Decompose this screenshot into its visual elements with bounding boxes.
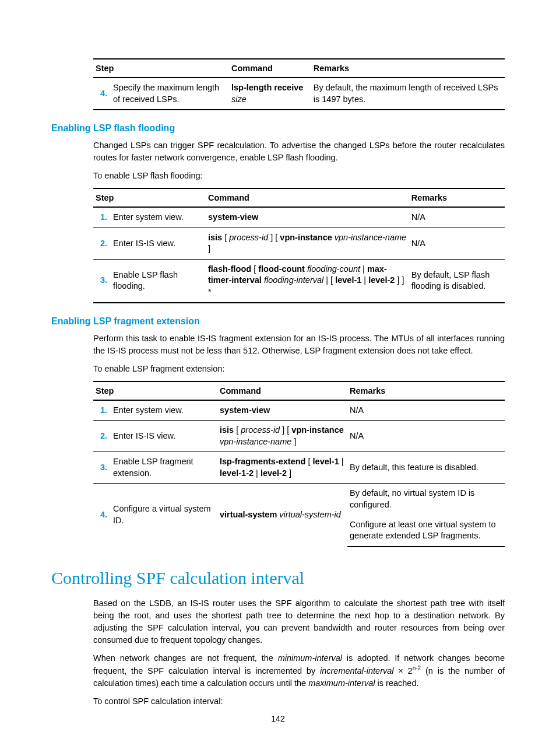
remarks-cell: By default, no virtual system ID is conf… bbox=[347, 484, 505, 515]
command-cell: lsp-length receive size bbox=[229, 78, 311, 110]
paragraph: When network changes are not frequent, t… bbox=[93, 652, 505, 690]
th-step: Step bbox=[93, 382, 217, 400]
table-flash-flooding: Step Command Remarks 1. Enter system vie… bbox=[93, 188, 505, 303]
remarks-cell: N/A bbox=[409, 228, 505, 259]
paragraph: To enable LSP flash flooding: bbox=[93, 170, 505, 182]
command-cell: flash-flood [ flood-count flooding-count… bbox=[206, 259, 409, 302]
table-lsp-length-receive: Step Command Remarks 4. Specify the maxi… bbox=[93, 58, 505, 110]
step-number: 4. bbox=[93, 484, 111, 547]
th-command: Command bbox=[217, 382, 347, 400]
remarks-cell: By default, this feature is disabled. bbox=[347, 452, 505, 484]
step-number: 4. bbox=[93, 78, 111, 110]
step-desc: Configure a virtual system ID. bbox=[111, 484, 217, 547]
page-number: 142 bbox=[0, 714, 556, 723]
paragraph: To control SPF calculation interval: bbox=[93, 695, 505, 708]
remarks-cell: N/A bbox=[409, 207, 505, 228]
remarks-cell: Configure at least one virtual system to… bbox=[347, 515, 505, 547]
th-remarks: Remarks bbox=[409, 188, 505, 207]
step-desc: Enter system view. bbox=[111, 400, 217, 421]
command-cell: virtual-system virtual-system-id bbox=[217, 484, 347, 547]
paragraph: Perform this task to enable IS-IS fragme… bbox=[93, 332, 505, 357]
command-cell: system-view bbox=[206, 207, 409, 228]
paragraph: To enable LSP fragment extension: bbox=[93, 363, 505, 375]
th-step: Step bbox=[93, 59, 229, 78]
remarks-cell: By default, the maximum length of receiv… bbox=[311, 78, 505, 110]
th-step: Step bbox=[93, 188, 206, 207]
paragraph: Based on the LSDB, an IS-IS router uses … bbox=[93, 597, 505, 646]
paragraph: Changed LSPs can trigger SPF recalculati… bbox=[93, 139, 505, 164]
step-number: 3. bbox=[93, 452, 111, 484]
remarks-cell: N/A bbox=[347, 421, 505, 452]
remarks-cell: N/A bbox=[347, 400, 505, 421]
heading-flash-flooding: Enabling LSP flash flooding bbox=[51, 123, 505, 134]
table-row: 4. Specify the maximum length of receive… bbox=[93, 78, 505, 110]
heading-spf-interval: Controlling SPF calculation interval bbox=[51, 568, 505, 588]
step-number: 2. bbox=[93, 421, 111, 452]
command-cell: isis [ process-id ] [ vpn-instance vpn-i… bbox=[217, 421, 347, 452]
table-row: 1. Enter system view. system-view N/A bbox=[93, 207, 505, 228]
step-desc: Enable LSP flash flooding. bbox=[111, 259, 206, 302]
step-number: 2. bbox=[93, 228, 111, 259]
heading-fragment-extension: Enabling LSP fragment extension bbox=[51, 316, 505, 327]
step-desc: Specify the maximum length of received L… bbox=[111, 78, 229, 110]
step-number: 1. bbox=[93, 400, 111, 421]
step-desc: Enable LSP fragment extension. bbox=[111, 452, 217, 484]
command-cell: lsp-fragments-extend [ level-1 | level-1… bbox=[217, 452, 347, 484]
table-row: 2. Enter IS-IS view. isis [ process-id ]… bbox=[93, 421, 505, 452]
command-cell: isis [ process-id ] [ vpn-instance vpn-i… bbox=[206, 228, 409, 259]
th-command: Command bbox=[206, 188, 409, 207]
th-remarks: Remarks bbox=[347, 382, 505, 400]
step-desc: Enter IS-IS view. bbox=[111, 228, 206, 259]
th-command: Command bbox=[229, 59, 311, 78]
command-cell: system-view bbox=[217, 400, 347, 421]
table-row: 1. Enter system view. system-view N/A bbox=[93, 400, 505, 421]
table-row: 3. Enable LSP fragment extension. lsp-fr… bbox=[93, 452, 505, 484]
table-fragment-extension: Step Command Remarks 1. Enter system vie… bbox=[93, 381, 505, 547]
th-remarks: Remarks bbox=[311, 59, 505, 78]
step-number: 3. bbox=[93, 259, 111, 302]
step-desc: Enter system view. bbox=[111, 207, 206, 228]
remarks-cell: By default, LSP flash flooding is disabl… bbox=[409, 259, 505, 302]
table-row: 4. Configure a virtual system ID. virtua… bbox=[93, 484, 505, 515]
step-number: 1. bbox=[93, 207, 111, 228]
table-row: 3. Enable LSP flash flooding. flash-floo… bbox=[93, 259, 505, 302]
table-row: 2. Enter IS-IS view. isis [ process-id ]… bbox=[93, 228, 505, 259]
step-desc: Enter IS-IS view. bbox=[111, 421, 217, 452]
